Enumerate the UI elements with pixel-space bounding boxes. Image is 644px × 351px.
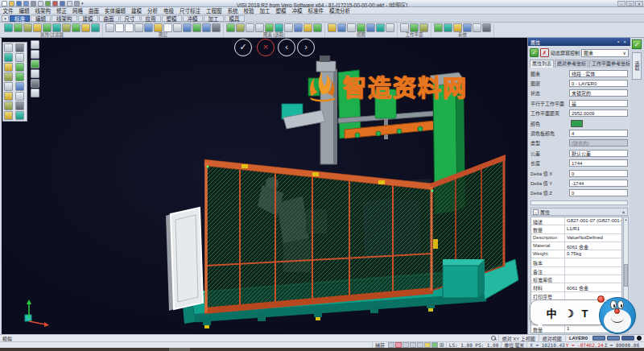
layer-icon[interactable] bbox=[163, 23, 172, 32]
apply-button[interactable]: ✓ bbox=[530, 48, 539, 57]
collapse-icon[interactable]: − bbox=[533, 209, 539, 215]
attribute-value-cell[interactable]: ValueNotDefined bbox=[565, 234, 621, 242]
property-value-field[interactable]: 4 bbox=[569, 130, 628, 137]
menu-item[interactable]: 文件 bbox=[0, 6, 16, 14]
quickview-swatch[interactable] bbox=[621, 336, 634, 341]
ribbon-tab[interactable]: 编辑 bbox=[31, 15, 51, 22]
paste-icon[interactable] bbox=[45, 1, 51, 6]
menu-item[interactable]: 校验 bbox=[241, 6, 257, 14]
palette-tool-icon[interactable] bbox=[4, 43, 13, 52]
attribute-value-cell[interactable]: 0.75kg bbox=[565, 317, 621, 324]
close-button[interactable]: × bbox=[635, 1, 643, 6]
palette-tool-icon[interactable] bbox=[4, 82, 13, 91]
property-value-field[interactable]: (缺省的) bbox=[569, 139, 628, 147]
palette-tool-icon[interactable] bbox=[15, 92, 24, 101]
palette-tool-icon[interactable] bbox=[15, 43, 24, 52]
vertical-scrollbar[interactable]: ▲ ▼ bbox=[623, 217, 629, 333]
view-icon[interactable] bbox=[366, 23, 375, 32]
view-icon[interactable] bbox=[357, 23, 365, 32]
property-value-field[interactable] bbox=[569, 120, 628, 127]
palette-tool-icon[interactable] bbox=[15, 101, 24, 110]
system-icon[interactable] bbox=[482, 23, 491, 32]
viewport-3d-model[interactable] bbox=[2, 38, 527, 334]
palette-tool-icon[interactable] bbox=[15, 82, 24, 91]
select-entity-icon[interactable] bbox=[226, 23, 235, 32]
confirm-button[interactable]: ✓ bbox=[234, 39, 252, 56]
refresh-icon[interactable] bbox=[431, 342, 438, 348]
scroll-up-icon[interactable]: ▲ bbox=[621, 209, 625, 214]
ribbon-tab[interactable]: 标准 bbox=[10, 15, 30, 22]
property-value-field[interactable]: 线段 - 实体 bbox=[569, 70, 628, 77]
save-icon[interactable] bbox=[16, 1, 22, 6]
menu-item[interactable]: 实体编辑 bbox=[102, 6, 129, 14]
print-icon[interactable] bbox=[31, 1, 36, 6]
viewport-3d[interactable] bbox=[2, 38, 527, 334]
property-value-field[interactable]: 0 bbox=[569, 170, 628, 177]
palette-tool-icon[interactable] bbox=[4, 53, 13, 62]
redo-icon[interactable] bbox=[67, 1, 72, 6]
menu-item[interactable]: 系统 bbox=[225, 6, 241, 14]
check-icon[interactable]: ✓ bbox=[632, 39, 642, 49]
ribbon-tab[interactable]: 建模 bbox=[78, 15, 98, 22]
attribute-value-cell[interactable] bbox=[565, 267, 621, 275]
snap-center-icon[interactable] bbox=[417, 342, 423, 348]
layer-icon[interactable] bbox=[134, 23, 143, 32]
panel-close-icon[interactable]: × bbox=[621, 39, 628, 44]
palette-tool-icon[interactable] bbox=[4, 92, 13, 101]
attribute-value-cell[interactable]: L1/R1 bbox=[565, 225, 621, 233]
layer-icon[interactable] bbox=[125, 23, 134, 32]
view-icon[interactable] bbox=[337, 23, 346, 32]
layer-icon[interactable] bbox=[202, 23, 211, 32]
property-value-field[interactable]: 0 - LAYER0 bbox=[569, 80, 628, 87]
snap-icon[interactable] bbox=[388, 342, 394, 348]
select-entity-icon[interactable] bbox=[275, 23, 283, 32]
layer-icon[interactable] bbox=[115, 23, 124, 32]
attribute-value-cell[interactable]: 1 bbox=[565, 325, 621, 332]
menu-item[interactable]: 标准件 bbox=[305, 6, 327, 14]
ribbon-tab[interactable]: 应用 bbox=[141, 15, 161, 22]
ribbon-tab[interactable]: 塑模 bbox=[162, 15, 182, 22]
save-as-icon[interactable] bbox=[23, 1, 29, 6]
attribute-value-cell[interactable]: G827-0 bbox=[565, 300, 621, 308]
palette-tool-icon[interactable] bbox=[4, 111, 13, 120]
select-entity-icon[interactable] bbox=[294, 23, 303, 32]
attribute-value-cell[interactable]: 6061 合金 bbox=[565, 242, 621, 250]
palette-tool-icon[interactable] bbox=[4, 72, 13, 81]
snap-midpoint-icon[interactable] bbox=[402, 342, 409, 348]
layer-icon[interactable] bbox=[105, 23, 114, 32]
select-entity-icon[interactable] bbox=[236, 23, 245, 32]
maximize-button[interactable]: □ bbox=[626, 1, 634, 6]
attribute-filter-icon[interactable] bbox=[81, 23, 90, 32]
select-entity-icon[interactable] bbox=[265, 23, 274, 32]
select-entity-icon[interactable] bbox=[246, 23, 254, 32]
undo-icon[interactable] bbox=[60, 1, 65, 6]
new-file-icon[interactable] bbox=[2, 1, 7, 6]
view-strip-icon[interactable] bbox=[31, 79, 39, 88]
attribute-filter-icon[interactable] bbox=[52, 23, 61, 32]
system-icon[interactable] bbox=[434, 23, 443, 32]
ribbon-tab[interactable]: 曲面 bbox=[99, 15, 119, 22]
select-entity-icon[interactable] bbox=[313, 23, 322, 32]
palette-tool-icon[interactable] bbox=[15, 53, 24, 62]
system-icon[interactable] bbox=[453, 23, 462, 32]
property-value-field[interactable]: -1744 bbox=[569, 180, 628, 187]
menu-item[interactable]: 塑模 bbox=[273, 6, 289, 14]
menu-item[interactable]: 模流分析 bbox=[327, 6, 353, 14]
scroll-down-icon[interactable]: ▼ bbox=[625, 328, 628, 332]
property-value-field[interactable]: 默认公差 bbox=[569, 150, 628, 157]
layer-icon[interactable] bbox=[173, 23, 182, 32]
attribute-value-cell[interactable]: 0.75kg bbox=[565, 250, 621, 258]
snap-quadrant-icon[interactable] bbox=[424, 342, 431, 348]
view-icon[interactable] bbox=[328, 23, 336, 32]
property-value-field[interactable]: 0 bbox=[569, 189, 628, 196]
menu-item[interactable]: 工程图 bbox=[204, 6, 225, 14]
mode-select[interactable]: 图素 ∨ bbox=[581, 49, 629, 57]
docked-tab-select[interactable]: 选取 bbox=[632, 52, 642, 80]
palette-tool-icon[interactable] bbox=[4, 101, 13, 110]
property-value-field[interactable]: 1744 bbox=[569, 159, 628, 167]
previous-button[interactable]: ‹ bbox=[278, 39, 295, 56]
scrollbar-thumb[interactable] bbox=[624, 264, 628, 287]
view-strip-icon[interactable] bbox=[31, 69, 39, 78]
layer-icon[interactable] bbox=[192, 23, 201, 32]
view-strip-icon-active[interactable] bbox=[31, 60, 39, 68]
